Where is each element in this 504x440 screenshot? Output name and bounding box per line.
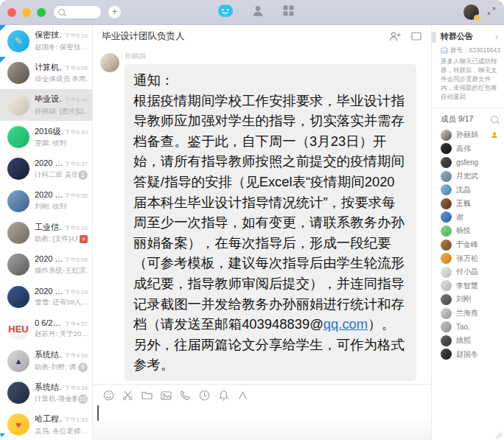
chat-list-item[interactable]: ♥ 哈工程… 下午1:33 吴鸟: 各位老师… ¥ [0, 409, 92, 440]
emoji-icon[interactable] [102, 389, 115, 402]
email-link[interactable]: qq.com [323, 316, 368, 332]
chat-time: 下午6:44 [64, 96, 88, 104]
chat-name: 2020 … [35, 190, 63, 199]
member-item[interactable]: 兰海燕 [432, 307, 504, 321]
chat-name: 系统结… [35, 382, 63, 393]
member-item[interactable]: 谢 [432, 211, 504, 225]
chat-list: ✎ 保密技… 下午5:10 赵国冬: 保密技… ¥ [0, 25, 92, 440]
messages-tab-icon[interactable] [217, 4, 234, 21]
qq-window: + [0, 0, 504, 440]
member-name: 李智慧 [456, 281, 478, 291]
member-item[interactable]: 孙丽娟 [432, 128, 504, 142]
chat-avatar: ♥ [7, 413, 29, 436]
sender-name: 孙丽娟 [125, 52, 416, 61]
member-item[interactable]: 李智慧 [432, 279, 504, 293]
member-item[interactable]: 王巍 [432, 197, 504, 211]
message-text: 通知： 根据疫情期间学校工作安排要求，毕业设计指导教师应加强对学生的指导，切实落… [133, 72, 405, 332]
add-button[interactable]: + [108, 5, 122, 19]
zoom-window-button[interactable] [37, 8, 46, 17]
member-item[interactable]: 沈晶 [432, 183, 504, 197]
chat-time: 下午6:35 [64, 192, 88, 200]
search-input[interactable] [53, 5, 102, 19]
member-item[interactable]: gsfeng [432, 156, 504, 170]
titlebar: + [0, 0, 504, 25]
apps-tab-icon[interactable] [282, 4, 295, 20]
collapse-tab[interactable] [432, 32, 436, 43]
chat-list-item[interactable]: ✎ 保密技… 下午5:10 赵国冬: 保密技… ¥ [0, 25, 92, 57]
member-avatar [441, 321, 452, 332]
announcement-header[interactable]: 转群公告 › [441, 31, 503, 42]
chat-list-item[interactable]: 2020 … 下午5:03 雪雪: 还有59人… ¥ [0, 281, 92, 312]
chat-avatar [7, 190, 29, 212]
chat-list-item[interactable]: 2020 … 下午6:35 刘刚: 收到 ¥ [0, 185, 92, 217]
chat-name: 2016级… [35, 126, 63, 137]
announcement-title: 转群公告 [441, 31, 495, 42]
add-member-icon[interactable] [388, 30, 402, 42]
avatar-glyph: ▴ [16, 356, 21, 366]
user-avatar[interactable] [463, 4, 479, 20]
history-icon[interactable] [198, 389, 211, 402]
chat-avatar [7, 382, 29, 404]
member-name: Tao. [456, 323, 470, 331]
phone-icon[interactable] [179, 389, 192, 402]
away-status-badge [474, 15, 480, 21]
contacts-tab-icon[interactable] [251, 4, 265, 21]
chat-avatar: ✎ [7, 30, 29, 52]
member-item[interactable]: 月宏武 [432, 170, 504, 184]
traffic-lights [7, 8, 46, 17]
image-icon[interactable] [160, 389, 172, 402]
shake-icon[interactable] [217, 389, 230, 402]
chat-name: 哈工程… [35, 413, 63, 425]
chat-list-item[interactable]: 毕业设… 下午6:44 孙丽娟: [图片]以… ¥ [0, 89, 92, 121]
input-area [93, 384, 431, 440]
chat-time: 下午5:10 [64, 32, 88, 40]
member-item[interactable]: 付小晶 [432, 265, 504, 279]
member-item[interactable]: Tao. [432, 320, 504, 334]
member-avatar [441, 240, 452, 251]
member-search-icon[interactable] [491, 116, 498, 123]
chat-list-item[interactable]: 2016级… 下午6:40 雯囡: 收到 ¥ [0, 121, 92, 153]
owner-badge-icon [491, 131, 498, 139]
chat-meta: 系统结… 下午3:34 计算机-项金鹏:… 10 ¥ [35, 382, 92, 405]
chat-preview: 孙丽娟: [图片]以… [35, 107, 88, 116]
resize-grip[interactable] [496, 432, 503, 439]
chat-list-item[interactable]: 2020 … 下午5:05 操作系统-王红滨… ¥ [0, 249, 92, 281]
close-window-button[interactable] [7, 8, 16, 17]
screenshot-icon[interactable] [122, 389, 134, 402]
chat-list-item[interactable]: HEU 0 6/2… 下午4:57 赵苏丹: 关于20… ¥ [0, 313, 92, 345]
font-icon[interactable] [237, 389, 249, 402]
chat-time: 下午3:34 [64, 384, 88, 392]
expand-icon[interactable] [486, 6, 497, 19]
message-input[interactable] [93, 403, 431, 440]
member-avatar [441, 253, 452, 264]
chat-preview: 赵国冬: 保密技… [35, 43, 88, 52]
chat-list-sidebar: ✎ 保密技… 下午5:10 赵国冬: 保密技… ¥ [0, 25, 93, 440]
chat-preview: 助教-刘野: 调试… [35, 363, 77, 372]
chat-list-item[interactable]: ▴ 系统结… 下午4:50 助教-刘野: 调试… 6 ¥ [0, 345, 92, 377]
member-avatar [441, 308, 452, 319]
chat-list-item[interactable]: 2020 … 下午5:37 计科二班 吴倩薇:… 1 ¥ [0, 153, 92, 185]
chat-time: 下午5:05 [64, 256, 88, 264]
member-name: 张万松 [456, 254, 478, 264]
chat-time: 下午1:33 [64, 416, 88, 424]
member-item[interactable]: 张万松 [432, 251, 504, 265]
member-item[interactable]: 赵国冬 [432, 348, 504, 362]
chat-meta: 2020 … 下午5:05 操作系统-王红滨… ¥ [35, 254, 92, 276]
member-item[interactable]: 高伟 [432, 142, 504, 156]
chat-meta: 毕业设… 下午6:44 孙丽娟: [图片]以… ¥ [35, 94, 92, 116]
chat-list-item[interactable]: 系统结… 下午3:34 计算机-项金鹏:… 10 ¥ [0, 377, 92, 408]
sender-avatar[interactable] [100, 53, 119, 72]
member-item[interactable]: 刘刚 [432, 293, 504, 307]
chat-list-item[interactable]: 工业信… 下午5:10 助教: [文件]4月1… ¥ [0, 217, 92, 248]
member-item[interactable]: 杨悦 [432, 224, 504, 238]
chat-preview: 雪雪: 还有59人… [35, 298, 88, 307]
member-item[interactable]: 于金峰 [432, 238, 504, 252]
folder-icon[interactable] [141, 389, 153, 402]
chat-column: 毕业设计团队负责人 孙丽娟 通知： 根据疫情期间学校工作安排要求，毕业设计指导教… [93, 25, 431, 440]
chat-list-item[interactable]: 计算机… 下午3:05 @全体成员 本周… ¥ [0, 57, 92, 88]
chat-preview: 计算机-项金鹏:… [35, 394, 77, 404]
member-avatar [441, 280, 452, 291]
member-item[interactable]: 姚熙 [432, 334, 504, 348]
minimize-window-button[interactable] [22, 8, 31, 17]
popout-window-icon[interactable] [410, 31, 422, 41]
